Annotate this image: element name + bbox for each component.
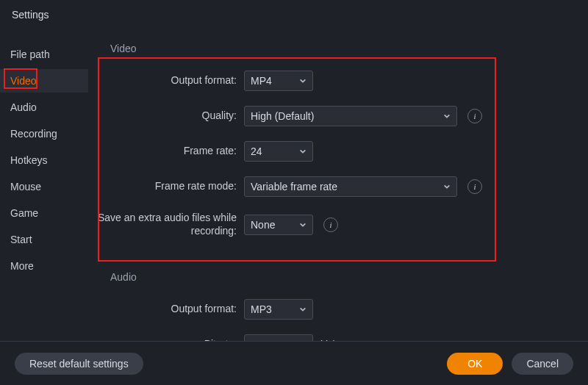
label-output-format: Output format: (97, 74, 244, 87)
select-value: 24 (251, 145, 262, 157)
info-button-quality[interactable]: i (467, 109, 482, 123)
sidebar-item-mouse[interactable]: Mouse (0, 175, 88, 198)
chevron-down-icon (299, 221, 306, 229)
label-audio-output-format: Output format: (97, 303, 244, 316)
info-icon: i (473, 182, 476, 191)
sidebar-item-label: More (10, 260, 34, 272)
row-quality: Quality: High (Default) i (97, 106, 566, 126)
chevron-down-icon (299, 306, 306, 313)
section-title-audio: Audio (97, 271, 566, 283)
sidebar-item-label: Mouse (10, 181, 41, 192)
section-audio: Audio Output format: MP3 Bitrate: 128 kb… (88, 252, 566, 341)
chevron-down-icon (443, 183, 451, 190)
window-titlebar: Settings (0, 0, 588, 29)
select-audio-output-format[interactable]: MP3 (244, 299, 313, 320)
bitrate-unit: kb/s (320, 339, 340, 341)
section-video: Video Output format: MP4 Quality: High (… (88, 29, 566, 252)
select-bitrate[interactable]: 128 (244, 334, 313, 341)
info-button-frame-rate-mode[interactable]: i (467, 179, 482, 194)
label-frame-rate: Frame rate: (97, 145, 244, 158)
section-title-video: Video (97, 43, 566, 54)
main-panel: Video Output format: MP4 Quality: High (… (88, 29, 588, 341)
select-value: None (251, 219, 275, 231)
window-title: Settings (12, 9, 49, 21)
row-output-format: Output format: MP4 (97, 71, 566, 91)
select-extra-audio[interactable]: None (244, 215, 313, 235)
sidebar-item-label: Audio (10, 101, 37, 113)
info-icon: i (329, 220, 331, 229)
select-frame-rate[interactable]: 24 (244, 141, 313, 162)
sidebar-item-file-path[interactable]: File path (0, 43, 88, 66)
sidebar-item-label: Hotkeys (10, 154, 48, 166)
label-extra-audio: Save an extra audio files while recordin… (97, 212, 244, 237)
select-output-format[interactable]: MP4 (244, 71, 313, 91)
info-icon: i (473, 112, 476, 120)
select-value: 128 (251, 339, 268, 341)
row-bitrate: Bitrate: 128 kb/s (97, 334, 566, 341)
sidebar-item-audio[interactable]: Audio (0, 96, 88, 119)
chevron-down-icon (299, 148, 306, 155)
row-audio-output-format: Output format: MP3 (97, 299, 566, 320)
footer: Reset default settings OK Cancel (0, 341, 588, 385)
sidebar-item-label: File path (10, 48, 50, 60)
sidebar-item-label: Recording (10, 128, 57, 140)
sidebar-item-recording[interactable]: Recording (0, 122, 88, 145)
settings-body: File path Video Audio Recording Hotkeys … (0, 29, 588, 341)
row-frame-rate-mode: Frame rate mode: Variable frame rate i (97, 176, 566, 197)
sidebar-item-label: Game (10, 207, 38, 219)
sidebar-item-game[interactable]: Game (0, 201, 88, 225)
select-value: MP3 (251, 303, 272, 315)
select-frame-rate-mode[interactable]: Variable frame rate (244, 176, 457, 197)
sidebar-item-label: Video (10, 75, 37, 87)
sidebar-item-start[interactable]: Start (0, 228, 88, 251)
label-frame-rate-mode: Frame rate mode: (97, 180, 244, 193)
row-extra-audio: Save an extra audio files while recordin… (97, 212, 566, 237)
select-value: Variable frame rate (251, 181, 337, 192)
select-quality[interactable]: High (Default) (244, 106, 457, 126)
ok-button[interactable]: OK (447, 353, 503, 375)
row-frame-rate: Frame rate: 24 (97, 141, 566, 162)
sidebar-item-label: Start (10, 234, 32, 245)
chevron-down-icon (443, 112, 451, 120)
info-button-extra-audio[interactable]: i (323, 217, 338, 232)
label-bitrate: Bitrate: (97, 338, 244, 341)
sidebar: File path Video Audio Recording Hotkeys … (0, 29, 88, 341)
select-value: High (Default) (251, 110, 314, 122)
reset-defaults-button[interactable]: Reset default settings (15, 353, 143, 375)
sidebar-item-more[interactable]: More (0, 254, 88, 278)
chevron-down-icon (299, 77, 306, 84)
cancel-button[interactable]: Cancel (512, 353, 573, 375)
sidebar-item-hotkeys[interactable]: Hotkeys (0, 148, 88, 172)
sidebar-item-video[interactable]: Video (0, 69, 88, 93)
select-value: MP4 (251, 75, 272, 87)
label-quality: Quality: (97, 109, 244, 123)
